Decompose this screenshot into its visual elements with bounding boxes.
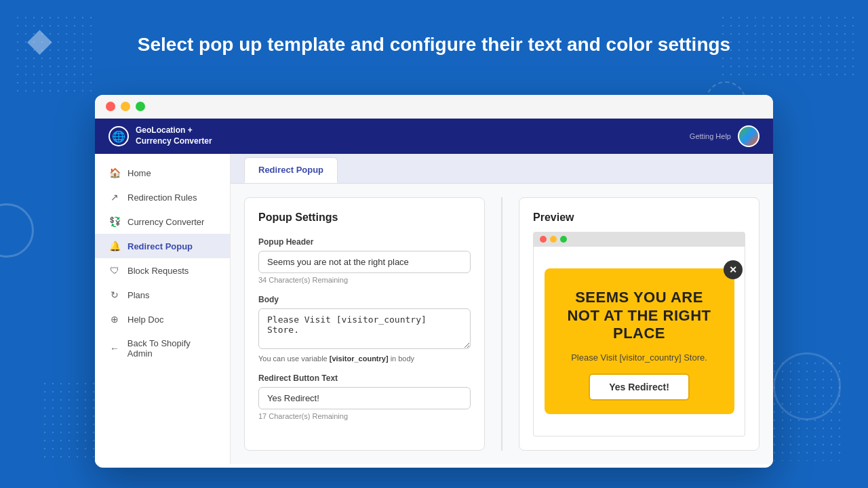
sidebar-item-label: Redirect Popup xyxy=(127,241,193,251)
mini-close-btn xyxy=(540,236,547,243)
help-icon: ⊕ xyxy=(108,314,121,325)
popup-redirect-button[interactable]: Yes Redirect! xyxy=(589,373,690,401)
bell-icon: 🔔 xyxy=(108,241,121,251)
sidebar-item-label: Redirection Rules xyxy=(127,192,197,203)
circle-decoration-right-bottom xyxy=(773,352,841,420)
home-icon: 🏠 xyxy=(108,167,121,178)
back-icon: ← xyxy=(108,343,121,354)
sidebar-item-label: Currency Converter xyxy=(127,217,204,227)
main-content: 🏠 Home ↗ Redirection Rules 💱 Currency Co… xyxy=(95,154,773,464)
currency-icon: 💱 xyxy=(108,216,121,227)
browser-minimize-btn[interactable] xyxy=(121,102,130,111)
sidebar-item-label: Block Requests xyxy=(127,266,189,276)
tab-redirect-popup[interactable]: Redirect Popup xyxy=(244,157,338,183)
panel-divider xyxy=(501,197,502,451)
header-avatar xyxy=(738,125,760,147)
sidebar-item-label: Plans xyxy=(127,290,150,300)
circle-decoration-left xyxy=(0,203,34,258)
panel-title: Popup Settings xyxy=(258,211,471,224)
preview-title: Preview xyxy=(533,211,745,224)
sidebar-item-help-doc[interactable]: ⊕ Help Doc xyxy=(95,307,230,331)
app-header-right: Getting Help xyxy=(690,125,760,147)
two-col-layout: Popup Settings Popup Header 34 Character… xyxy=(231,184,773,464)
sidebar-item-label: Back To Shopify Admin xyxy=(127,338,216,359)
popup-close-button[interactable]: ✕ xyxy=(724,260,743,279)
sidebar-item-redirect-popup[interactable]: 🔔 Redirect Popup xyxy=(95,234,230,258)
sidebar: 🏠 Home ↗ Redirection Rules 💱 Currency Co… xyxy=(95,154,231,464)
plans-icon: ↻ xyxy=(108,289,121,300)
browser-window: 🌐 GeoLocation + Currency Converter Getti… xyxy=(95,95,773,468)
header-help-link[interactable]: Getting Help xyxy=(690,132,731,140)
popup-header-group: Popup Header 34 Character(s) Remaining xyxy=(258,237,471,284)
preview-panel: Preview ✕ SEEMS YOU ARE NOT AT THE RIGH xyxy=(519,197,760,451)
shield-icon: 🛡 xyxy=(108,265,121,276)
popup-header-chars: 34 Character(s) Remaining xyxy=(258,276,471,284)
body-hint: You can use variable [visitor_country] i… xyxy=(258,354,471,363)
redirect-btn-label: Redirect Button Text xyxy=(258,373,471,383)
app-header: 🌐 GeoLocation + Currency Converter Getti… xyxy=(95,119,773,154)
page-heading: Select pop up template and configure the… xyxy=(0,34,868,56)
mini-minimize-btn xyxy=(550,236,557,243)
mini-browser-content: ✕ SEEMS YOU ARE NOT AT THE RIGHT PLACE P… xyxy=(533,247,745,436)
globe-icon: 🌐 xyxy=(108,126,129,146)
sidebar-item-home[interactable]: 🏠 Home xyxy=(95,161,230,185)
popup-preview: ✕ SEEMS YOU ARE NOT AT THE RIGHT PLACE P… xyxy=(545,268,734,413)
browser-close-btn[interactable] xyxy=(106,102,115,111)
redirect-icon: ↗ xyxy=(108,192,121,203)
mini-browser-chrome xyxy=(533,232,745,247)
mini-maximize-btn xyxy=(560,236,567,243)
popup-header-label: Popup Header xyxy=(258,237,471,247)
redirect-btn-group: Redirect Button Text 17 Character(s) Rem… xyxy=(258,373,471,420)
body-group: Body You can use variable [visitor_count… xyxy=(258,295,471,363)
body-textarea[interactable] xyxy=(258,308,471,349)
redirect-btn-input[interactable] xyxy=(258,387,471,409)
browser-chrome xyxy=(95,95,773,119)
sidebar-item-currency-converter[interactable]: 💱 Currency Converter xyxy=(95,209,230,234)
content-area: Redirect Popup Popup Settings Popup Head… xyxy=(231,154,773,464)
redirect-btn-chars: 17 Character(s) Remaining xyxy=(258,412,471,420)
app-title: GeoLocation + Currency Converter xyxy=(136,125,212,146)
sidebar-item-label: Home xyxy=(127,168,151,178)
sidebar-item-back-shopify[interactable]: ← Back To Shopify Admin xyxy=(95,331,230,365)
popup-preview-header: SEEMS YOU ARE NOT AT THE RIGHT PLACE xyxy=(565,289,714,342)
body-label: Body xyxy=(258,295,471,304)
sidebar-item-plans[interactable]: ↻ Plans xyxy=(95,283,230,307)
tab-bar: Redirect Popup xyxy=(231,154,773,184)
settings-panel: Popup Settings Popup Header 34 Character… xyxy=(244,197,485,451)
browser-maximize-btn[interactable] xyxy=(136,102,145,111)
sidebar-item-redirection-rules[interactable]: ↗ Redirection Rules xyxy=(95,185,230,209)
sidebar-item-label: Help Doc xyxy=(127,314,163,325)
app-container: 🌐 GeoLocation + Currency Converter Getti… xyxy=(95,119,773,464)
popup-preview-body: Please Visit [visitor_country] Store. xyxy=(565,352,714,363)
popup-header-input[interactable] xyxy=(258,251,471,273)
app-header-left: 🌐 GeoLocation + Currency Converter xyxy=(108,125,212,146)
sidebar-item-block-requests[interactable]: 🛡 Block Requests xyxy=(95,258,230,283)
